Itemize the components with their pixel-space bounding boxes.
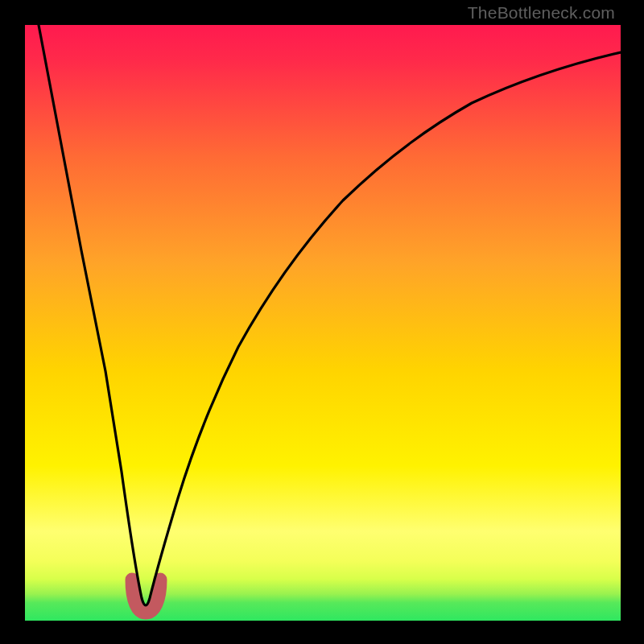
gradient-background [25, 25, 621, 621]
chart-svg [25, 25, 621, 621]
plot-area [25, 25, 621, 621]
chart-frame: TheBottleneck.com [0, 0, 644, 644]
watermark-text: TheBottleneck.com [468, 3, 615, 23]
